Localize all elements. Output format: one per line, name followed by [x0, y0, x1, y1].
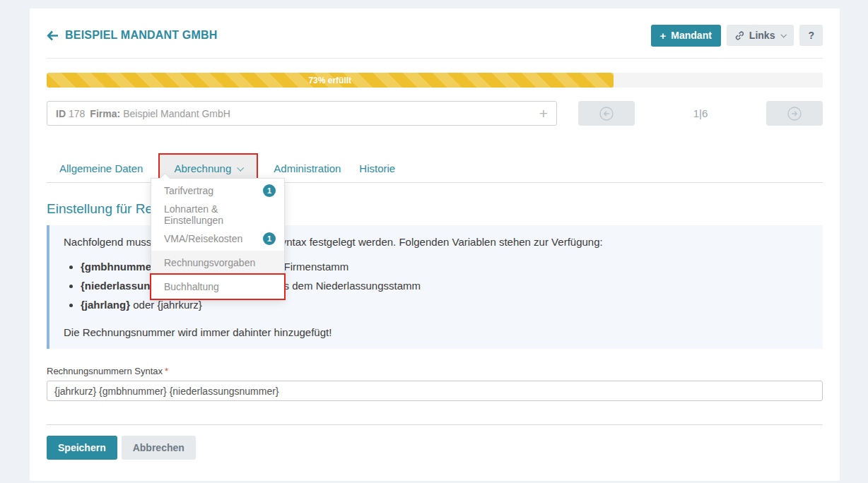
count-badge: 1 [263, 232, 276, 245]
record-pager: 1|6 [557, 101, 823, 126]
count-badge: 1 [263, 184, 276, 197]
arrow-left-icon [47, 30, 59, 41]
record-counter: 1|6 [635, 107, 766, 119]
required-asterisk: * [165, 366, 168, 376]
previous-record-button[interactable] [578, 101, 635, 126]
page-header: BEISPIEL MANDANT GMBH + Mandant Links ? [47, 23, 823, 48]
form-actions: Speichern Abbrechen [47, 436, 823, 460]
record-nav-row: ID 178 Firma: Beispiel Mandant GmbH + 1|… [47, 101, 823, 126]
back-title-link[interactable]: BEISPIEL MANDANT GMBH [47, 29, 217, 42]
tab-historie[interactable]: Historie [358, 155, 397, 182]
record-search-field[interactable]: ID 178 Firma: Beispiel Mandant GmbH + [47, 101, 557, 126]
completion-progressbar: 73% erfüllt [47, 73, 823, 88]
info-note: Die Rechnungsnummer wird immer dahinter … [64, 326, 809, 339]
record-id-label: ID [56, 108, 66, 119]
chevron-down-icon [237, 165, 245, 172]
arrow-left-circle-icon [598, 105, 615, 122]
plus-icon: + [660, 30, 667, 41]
page-title: BEISPIEL MANDANT GMBH [65, 29, 217, 42]
record-firma-value: Beispiel Mandant GmbH [123, 108, 230, 119]
links-dropdown-button[interactable]: Links [727, 25, 794, 46]
progressbar-fill: 73% erfüllt [47, 73, 614, 88]
header-actions: + Mandant Links ? [651, 25, 823, 47]
menu-item-lohnarten-einstellungen[interactable]: Lohnarten & Einstellungen [151, 203, 284, 227]
next-record-button[interactable] [766, 101, 823, 126]
menu-item-tarifvertrag[interactable]: Tarifvertrag 1 [151, 179, 284, 203]
menu-item-vma-reisekosten[interactable]: VMA/Reisekosten 1 [151, 227, 284, 251]
header-divider [47, 58, 823, 59]
abrechnung-dropdown-menu: Tarifvertrag 1 Lohnarten & Einstellungen… [151, 178, 285, 299]
menu-item-rechnungsvorgaben[interactable]: Rechnungsvorgaben [151, 251, 284, 275]
record-firma-label: Firma: [90, 108, 120, 119]
chevron-down-icon [781, 32, 787, 37]
progress-label: 73% erfüllt [308, 76, 351, 85]
arrow-right-circle-icon [786, 105, 803, 122]
menu-item-buchhaltung[interactable]: Buchhaltung [151, 275, 284, 299]
record-id-value: 178 [69, 108, 85, 119]
cancel-button[interactable]: Abbrechen [122, 436, 196, 460]
tab-allgemeine-daten[interactable]: Allgemeine Daten [58, 155, 144, 182]
syntax-input[interactable] [47, 381, 823, 401]
add-record-icon[interactable]: + [539, 105, 548, 122]
syntax-field-label: Rechnungsnummern Syntax* [47, 366, 823, 376]
mandant-detail-card: BEISPIEL MANDANT GMBH + Mandant Links ? … [30, 8, 840, 481]
footer-divider [47, 424, 823, 425]
save-button[interactable]: Speichern [47, 436, 117, 460]
add-mandant-button[interactable]: + Mandant [651, 25, 721, 47]
link-icon [735, 31, 744, 40]
help-button[interactable]: ? [799, 25, 823, 46]
